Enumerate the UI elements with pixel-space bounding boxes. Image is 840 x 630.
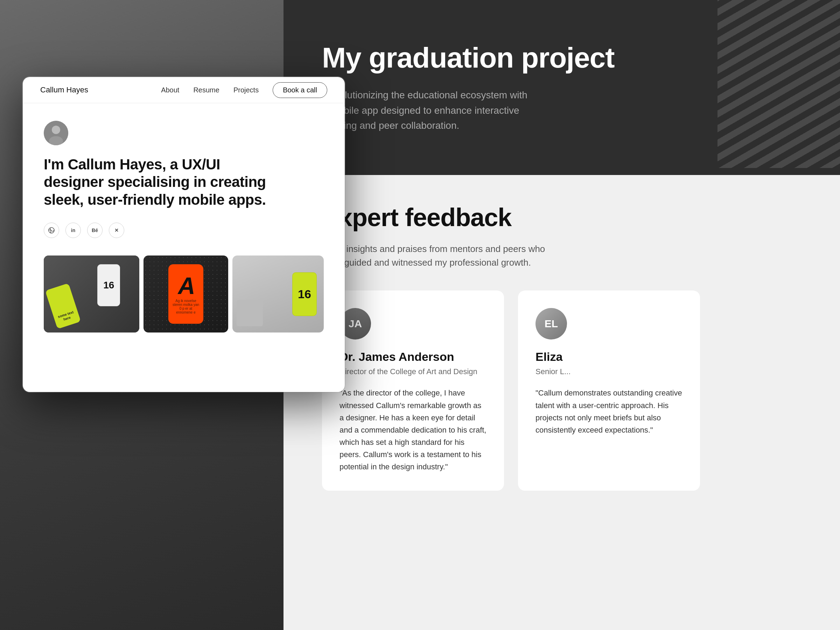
nav-link-projects[interactable]: Projects	[234, 86, 259, 94]
testimonial-text-1: "As the director of the college, I have …	[339, 387, 486, 473]
project-image-1[interactable]: 16 some text here	[44, 256, 139, 333]
testimonials-row: JA Dr. James Anderson Director of the Co…	[322, 291, 802, 490]
phone-orange-mockup: A Ag ik novelse steren molka yan 0 p er …	[168, 264, 203, 324]
social-icons-row: in Bé ✕	[44, 223, 324, 238]
expert-feedback-section: Expert feedback Read insights and praise…	[284, 175, 840, 630]
nav-links: About Resume Projects Book a call	[161, 82, 327, 98]
project-images-grid: 16 some text here A Ag ik novelse steren…	[44, 256, 324, 333]
nav-link-resume[interactable]: Resume	[193, 86, 219, 94]
testimonial-name-2: Eliza	[535, 350, 682, 364]
twitter-icon-button[interactable]: ✕	[109, 223, 124, 238]
avatar-placeholder-eliza: EL	[535, 308, 567, 339]
testimonial-role-2: Senior L...	[535, 367, 682, 376]
testimonial-card-2: EL Eliza Senior L... "Callum demonstrate…	[518, 291, 700, 490]
nav-bar: Callum Hayes About Resume Projects Book …	[23, 77, 345, 103]
graduation-project-desc: Revolutionizing the educational ecosyste…	[322, 87, 532, 133]
expert-feedback-desc: Read insights and praises from mentors a…	[322, 242, 567, 270]
phone-yellow-2-mockup: 16	[292, 272, 317, 316]
twitter-x-icon: ✕	[114, 227, 118, 233]
project-image-3[interactable]: 16	[232, 256, 324, 333]
graduation-project-section: My graduation project Revolutionizing th…	[284, 0, 840, 175]
stripes-decoration	[717, 0, 840, 168]
hero-title: I'm Callum Hayes, a UX/UI designer speci…	[44, 156, 282, 208]
behance-icon-button[interactable]: Bé	[87, 223, 103, 238]
project-image-2[interactable]: A Ag ik novelse steren molka yan 0 p er …	[144, 256, 228, 333]
linkedin-icon-button[interactable]: in	[65, 223, 81, 238]
avatar-eliza: EL	[535, 308, 567, 339]
expert-feedback-title: Expert feedback	[322, 203, 802, 232]
dribbble-icon-button[interactable]	[44, 223, 59, 238]
svg-point-1	[52, 126, 60, 134]
profile-avatar	[44, 121, 68, 145]
right-panel: My graduation project Revolutionizing th…	[284, 0, 840, 630]
linkedin-icon: in	[71, 227, 75, 233]
book-call-button[interactable]: Book a call	[273, 82, 327, 98]
phone-white-mockup: 16	[97, 264, 120, 306]
concrete-block-prop	[237, 300, 263, 326]
testimonial-name-1: Dr. James Anderson	[339, 350, 486, 364]
testimonial-card-1: JA Dr. James Anderson Director of the Co…	[322, 291, 504, 490]
nav-logo: Callum Hayes	[40, 85, 88, 95]
behance-icon: Bé	[92, 227, 98, 233]
browser-window: Callum Hayes About Resume Projects Book …	[23, 77, 345, 392]
main-content: I'm Callum Hayes, a UX/UI designer speci…	[23, 103, 345, 346]
nav-link-about[interactable]: About	[161, 86, 179, 94]
testimonial-role-1: Director of the College of Art and Desig…	[339, 367, 486, 376]
testimonial-text-2: "Callum demonstrates outstanding creativ…	[535, 387, 682, 436]
